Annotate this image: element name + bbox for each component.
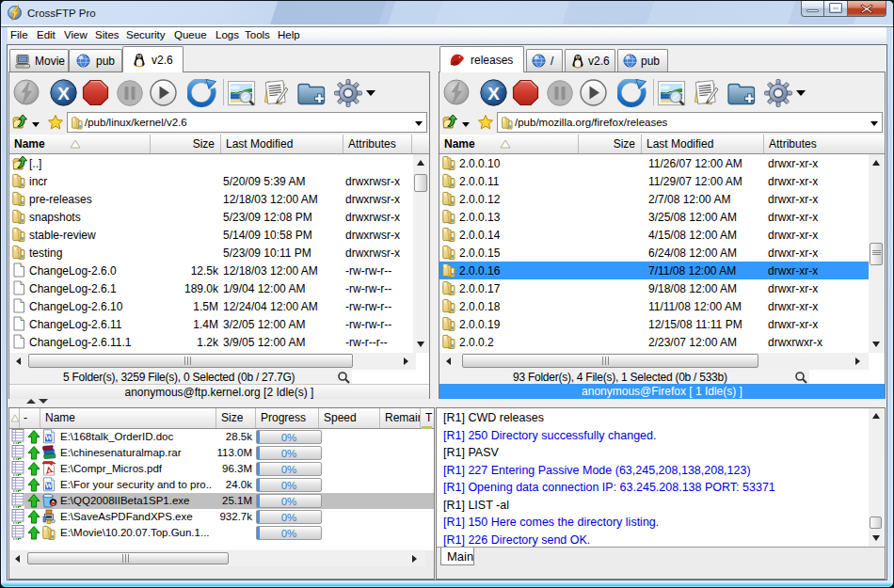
svg-text:W: W [44, 433, 53, 442]
svg-text:X: X [487, 84, 500, 103]
svg-text:X: X [57, 84, 70, 103]
svg-text:W: W [44, 481, 53, 490]
